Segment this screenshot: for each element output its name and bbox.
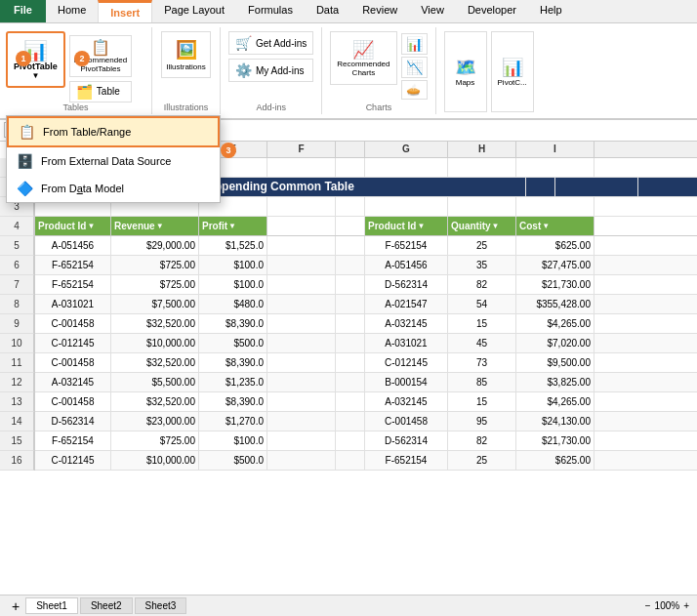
cell-c16[interactable]: C-012145: [35, 451, 111, 470]
cell-g13[interactable]: A-032145: [365, 392, 448, 411]
cell-d7[interactable]: $725.00: [111, 275, 199, 294]
cell-d12[interactable]: $5,500.00: [111, 373, 199, 391]
cell-e12[interactable]: $1,235.0: [199, 373, 267, 391]
cell-g8[interactable]: A-021547: [365, 295, 448, 313]
cell-e14[interactable]: $1,270.0: [199, 412, 267, 431]
cell-c11[interactable]: C-001458: [35, 353, 111, 372]
tab-help[interactable]: Help: [528, 0, 574, 22]
cell-g1[interactable]: [365, 158, 448, 177]
cell-i14[interactable]: $24,130.00: [516, 412, 594, 431]
cell-i12[interactable]: $3,825.00: [516, 373, 594, 391]
cell-c7[interactable]: F-652154: [35, 275, 111, 294]
cell-e16[interactable]: $500.0: [199, 451, 267, 470]
cell-d15[interactable]: $725.00: [111, 431, 199, 450]
cell-i15[interactable]: $21,730.00: [516, 431, 594, 450]
cell-g9[interactable]: A-032145: [365, 314, 448, 333]
cell-e13[interactable]: $8,390.0: [199, 392, 267, 411]
cell-c12[interactable]: A-032145: [35, 373, 111, 391]
cell-h5[interactable]: 25: [448, 236, 516, 255]
cell-d10[interactable]: $10,000.00: [111, 334, 199, 352]
tab-data[interactable]: Data: [305, 0, 350, 22]
cell-h12[interactable]: 85: [448, 373, 516, 391]
cell-d11[interactable]: $32,520.00: [111, 353, 199, 372]
tab-file[interactable]: File: [0, 0, 46, 22]
tab-view[interactable]: View: [409, 0, 456, 22]
cell-c5[interactable]: A-051456: [35, 236, 111, 255]
cell-d6[interactable]: $725.00: [111, 256, 199, 274]
cell-c6[interactable]: F-652154: [35, 256, 111, 274]
cell-i5[interactable]: $625.00: [516, 236, 594, 255]
cell-h14[interactable]: 95: [448, 412, 516, 431]
tab-formulas[interactable]: Formulas: [236, 0, 305, 22]
cell-d9[interactable]: $32,520.00: [111, 314, 199, 333]
cell-i13[interactable]: $4,265.00: [516, 392, 594, 411]
cell-g12[interactable]: B-000154: [365, 373, 448, 391]
cell-d8[interactable]: $7,500.00: [111, 295, 199, 313]
line-chart-button[interactable]: 📉: [401, 57, 428, 78]
cell-h7[interactable]: 82: [448, 275, 516, 294]
cell-i9[interactable]: $4,265.00: [516, 314, 594, 333]
cell-e15[interactable]: $100.0: [199, 431, 267, 450]
tab-insert[interactable]: Insert: [98, 0, 152, 22]
cell-h15[interactable]: 82: [448, 431, 516, 450]
cell-e7[interactable]: $100.0: [199, 275, 267, 294]
cell-g11[interactable]: C-012145: [365, 353, 448, 372]
get-addins-button[interactable]: 🛒 Get Add-ins: [228, 31, 313, 55]
dropdown-item-datamodel[interactable]: 🔷 From Data Model: [7, 175, 220, 202]
pie-chart-button[interactable]: 🥧: [401, 80, 428, 100]
my-addins-button[interactable]: ⚙️ My Add-ins: [228, 59, 313, 82]
zoom-in-button[interactable]: +: [683, 600, 689, 611]
tab-review[interactable]: Review: [350, 0, 409, 22]
cell-h10[interactable]: 45: [448, 334, 516, 352]
zoom-out-button[interactable]: −: [645, 600, 651, 611]
cell-i11[interactable]: $9,500.00: [516, 353, 594, 372]
cell-g6[interactable]: A-051456: [365, 256, 448, 274]
tab-pagelayout[interactable]: Page Layout: [152, 0, 236, 22]
cell-g15[interactable]: D-562314: [365, 431, 448, 450]
sheet-tab-2[interactable]: Sheet2: [80, 597, 133, 614]
cell-h16[interactable]: 25: [448, 451, 516, 470]
maps-button[interactable]: 🗺️ Maps: [444, 31, 487, 112]
cell-i10[interactable]: $7,020.00: [516, 334, 594, 352]
sheet-tab-3[interactable]: Sheet3: [135, 597, 187, 614]
cell-e6[interactable]: $100.0: [199, 256, 267, 274]
cell-i6[interactable]: $27,475.00: [516, 256, 594, 274]
cell-h6[interactable]: 35: [448, 256, 516, 274]
cell-d5[interactable]: $29,000.00: [111, 236, 199, 255]
cell-d16[interactable]: $10,000.00: [111, 451, 199, 470]
cell-e9[interactable]: $8,390.0: [199, 314, 267, 333]
cell-c15[interactable]: F-652154: [35, 431, 111, 450]
cell-i8[interactable]: $355,428.00: [516, 295, 594, 313]
add-sheet-button[interactable]: +: [8, 598, 23, 614]
cell-e5[interactable]: $1,525.0: [199, 236, 267, 255]
cell-i7[interactable]: $21,730.00: [516, 275, 594, 294]
sheet-tab-1[interactable]: Sheet1: [25, 597, 78, 614]
dropdown-item-table-range[interactable]: 📋 From Table/Range: [7, 116, 220, 147]
cell-g16[interactable]: F-652154: [365, 451, 448, 470]
cell-g5[interactable]: F-652154: [365, 236, 448, 255]
bar-chart-button[interactable]: 📊: [401, 33, 428, 55]
cell-f1[interactable]: [267, 158, 336, 177]
illustrations-button[interactable]: 🖼️ Illustrations: [161, 31, 210, 78]
tab-developer[interactable]: Developer: [456, 0, 528, 22]
cell-g14[interactable]: C-001458: [365, 412, 448, 431]
table-button[interactable]: 🗂️ Table: [69, 81, 132, 103]
pivotchart-button[interactable]: 📊 PivotC...: [491, 31, 534, 112]
cell-c9[interactable]: C-001458: [35, 314, 111, 333]
cell-h1[interactable]: [448, 158, 516, 177]
cell-d13[interactable]: $32,520.00: [111, 392, 199, 411]
cell-e11[interactable]: $8,390.0: [199, 353, 267, 372]
cell-h11[interactable]: 73: [448, 353, 516, 372]
cell-h8[interactable]: 54: [448, 295, 516, 313]
cell-i1[interactable]: [516, 158, 594, 177]
cell-g7[interactable]: D-562314: [365, 275, 448, 294]
cell-e8[interactable]: $480.0: [199, 295, 267, 313]
dropdown-item-external[interactable]: 🗄️ From External Data Source: [7, 147, 220, 175]
cell-h9[interactable]: 15: [448, 314, 516, 333]
recommended-charts-button[interactable]: 📈 RecommendedCharts: [330, 31, 396, 85]
cell-c13[interactable]: C-001458: [35, 392, 111, 411]
cell-i16[interactable]: $625.00: [516, 451, 594, 470]
cell-c14[interactable]: D-562314: [35, 412, 111, 431]
tab-home[interactable]: Home: [46, 0, 98, 22]
cell-c8[interactable]: A-031021: [35, 295, 111, 313]
